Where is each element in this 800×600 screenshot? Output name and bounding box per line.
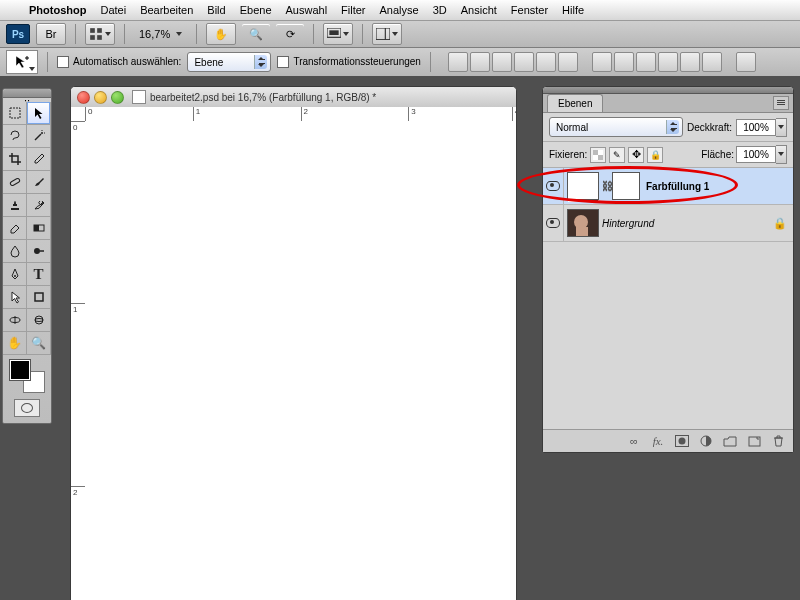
tool-type[interactable]: T: [27, 263, 51, 286]
minimize-button[interactable]: [94, 91, 107, 104]
menu-datei[interactable]: Datei: [93, 0, 133, 20]
auto-select-checkbox[interactable]: Automatisch auswählen:: [57, 56, 181, 68]
auto-align-button[interactable]: [736, 52, 756, 72]
ruler-horizontal[interactable]: 0 1 2 3 4: [85, 107, 516, 122]
fill-input[interactable]: 100%: [736, 145, 787, 164]
lock-all-button[interactable]: 🔒: [647, 147, 663, 163]
document-titlebar[interactable]: bearbeitet2.psd bei 16,7% (Farbfüllung 1…: [71, 87, 516, 108]
layer-row[interactable]: Hintergrund 🔒: [543, 205, 793, 242]
tool-3d-rotate[interactable]: [3, 309, 27, 332]
layer-name[interactable]: Hintergrund: [602, 218, 773, 229]
tool-3d-orbit[interactable]: [27, 309, 51, 332]
panel-gripper[interactable]: [543, 87, 793, 94]
distribute-right-button[interactable]: [702, 52, 722, 72]
tool-shape[interactable]: [27, 286, 51, 309]
layer-row[interactable]: ⛓ Farbfüllung 1: [543, 168, 793, 205]
transform-controls-checkbox[interactable]: Transformationssteuerungen: [277, 56, 420, 68]
tool-pen[interactable]: [3, 263, 27, 286]
tool-preset-button[interactable]: [6, 50, 38, 74]
foreground-color[interactable]: [9, 359, 31, 381]
menu-analyse[interactable]: Analyse: [373, 0, 426, 20]
distribute-vcenter-button[interactable]: [614, 52, 634, 72]
tool-crop[interactable]: [3, 148, 27, 171]
tool-zoom[interactable]: 🔍: [27, 332, 51, 355]
tab-ebenen[interactable]: Ebenen: [547, 94, 603, 112]
layer-thumbnail[interactable]: [567, 172, 599, 200]
link-layers-button[interactable]: ∞: [625, 434, 643, 448]
visibility-toggle[interactable]: [543, 205, 564, 241]
align-hcenter-button[interactable]: [536, 52, 556, 72]
menu-bild[interactable]: Bild: [200, 0, 232, 20]
lock-position-button[interactable]: ✥: [628, 147, 644, 163]
layer-style-button[interactable]: fx.: [649, 434, 667, 448]
tool-move[interactable]: [27, 102, 51, 125]
rotate-view-button[interactable]: ⟳: [276, 24, 304, 44]
tool-dodge[interactable]: [27, 240, 51, 263]
menu-hilfe[interactable]: Hilfe: [555, 0, 591, 20]
menu-fenster[interactable]: Fenster: [504, 0, 555, 20]
new-layer-button[interactable]: [745, 434, 763, 448]
mask-link-icon[interactable]: ⛓: [602, 178, 612, 194]
align-top-button[interactable]: [448, 52, 468, 72]
panel-menu-button[interactable]: [773, 96, 789, 110]
align-vcenter-button[interactable]: [470, 52, 490, 72]
menu-bearbeiten[interactable]: Bearbeiten: [133, 0, 200, 20]
visibility-toggle[interactable]: [543, 168, 564, 204]
menu-ebene[interactable]: Ebene: [233, 0, 279, 20]
tool-lasso[interactable]: [3, 125, 27, 148]
add-mask-button[interactable]: [673, 434, 691, 448]
delete-layer-button[interactable]: [769, 434, 787, 448]
align-left-button[interactable]: [514, 52, 534, 72]
quickmask-button[interactable]: [14, 399, 40, 417]
layer-thumbnail[interactable]: [567, 209, 599, 237]
tool-path-select[interactable]: [3, 286, 27, 309]
distribute-top-button[interactable]: [592, 52, 612, 72]
ruler-vertical[interactable]: 0 1 2: [71, 121, 86, 600]
tool-spot-heal[interactable]: [3, 171, 27, 194]
lock-transparency-button[interactable]: [590, 147, 606, 163]
workspace-button[interactable]: [372, 23, 402, 45]
tool-eyedropper[interactable]: [27, 148, 51, 171]
menu-ansicht[interactable]: Ansicht: [454, 0, 504, 20]
screen-mode-button[interactable]: [323, 23, 353, 45]
bridge-button[interactable]: Br: [36, 23, 66, 45]
ps-logo[interactable]: Ps: [6, 24, 30, 44]
ruler-origin[interactable]: [71, 107, 86, 122]
group-button[interactable]: [721, 434, 739, 448]
menu-auswahl[interactable]: Auswahl: [279, 0, 335, 20]
tool-gradient[interactable]: [27, 217, 51, 240]
zoom-tool-button[interactable]: 🔍: [242, 24, 270, 44]
opacity-input[interactable]: 100%: [736, 118, 787, 137]
hand-tool-button[interactable]: ✋: [206, 23, 236, 45]
layer-name[interactable]: Farbfüllung 1: [646, 181, 787, 192]
canvas[interactable]: [85, 121, 516, 600]
blend-mode-select[interactable]: Normal: [549, 117, 683, 137]
tool-hand[interactable]: ✋: [3, 332, 27, 355]
distribute-hcenter-button[interactable]: [680, 52, 700, 72]
arrange-button[interactable]: [85, 23, 115, 45]
tool-eraser[interactable]: [3, 217, 27, 240]
close-button[interactable]: [77, 91, 90, 104]
app-menu[interactable]: Photoshop: [22, 0, 93, 20]
align-right-button[interactable]: [558, 52, 578, 72]
layer-mask-thumbnail[interactable]: [612, 172, 640, 200]
tool-blur[interactable]: [3, 240, 27, 263]
auto-select-target[interactable]: Ebene: [187, 52, 271, 72]
stamp-icon: [8, 198, 22, 212]
distribute-left-button[interactable]: [658, 52, 678, 72]
tool-quick-select[interactable]: [27, 125, 51, 148]
move-cursor-icon: [14, 54, 30, 70]
adjustment-layer-button[interactable]: [697, 434, 715, 448]
zoom-button[interactable]: [111, 91, 124, 104]
align-bottom-button[interactable]: [492, 52, 512, 72]
zoom-level[interactable]: 16,7%: [134, 28, 187, 40]
color-swatches[interactable]: [7, 359, 47, 393]
tool-marquee[interactable]: [3, 102, 27, 125]
menu-3d[interactable]: 3D: [426, 0, 454, 20]
lock-pixels-button[interactable]: ✎: [609, 147, 625, 163]
menu-filter[interactable]: Filter: [334, 0, 372, 20]
tool-history-brush[interactable]: [27, 194, 51, 217]
distribute-bottom-button[interactable]: [636, 52, 656, 72]
tool-brush[interactable]: [27, 171, 51, 194]
tool-stamp[interactable]: [3, 194, 27, 217]
